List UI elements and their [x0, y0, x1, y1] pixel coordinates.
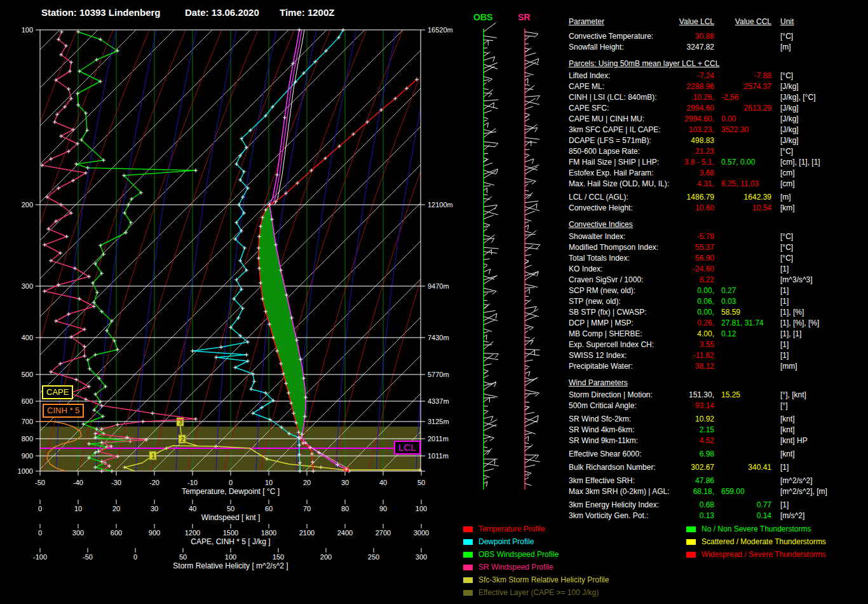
value-ccl-cell	[714, 135, 771, 146]
axis-tick-label: 300	[416, 553, 427, 561]
pressure-label: 600	[22, 397, 33, 405]
unit-cell: [°C]	[771, 71, 793, 81]
param-label: 3km SFC CAPE | IL CAPE:	[569, 125, 675, 135]
value-lcl-cell: -5.78	[675, 231, 714, 242]
axis-tick-label: 0	[133, 553, 137, 561]
param-label: SR Wind 4km-6km:	[569, 425, 675, 436]
axis-tick-label: -40	[73, 479, 83, 486]
unit-cell: [°C]	[771, 242, 793, 253]
param-label: SB STP (fix) | CWASP:	[569, 307, 675, 318]
axis-tick-label: 100	[416, 505, 427, 512]
value-lcl-cell: 3.55	[675, 340, 714, 350]
unit-cell: [1], [%], [%]	[771, 318, 819, 329]
value-lcl-cell: 30.88	[675, 31, 714, 42]
table-row: Effective Shear 6000:6.98[knt]	[569, 449, 867, 460]
pressure-label: 1000	[18, 467, 33, 475]
value-ccl-cell: 0.27	[714, 285, 771, 296]
altitude-label: 1011m	[428, 452, 449, 460]
altitude-label: 2011m	[428, 435, 449, 443]
wind-barb-columns	[484, 23, 540, 490]
table-row: SWISS 12 Index:-11.62[1]	[569, 350, 867, 361]
pressure-label: 200	[22, 201, 33, 209]
legend-label: Scattered / Moderate Thunderstorms	[702, 537, 826, 546]
value-ccl-cell: 10.54	[714, 203, 771, 214]
value-ccl-cell	[714, 361, 771, 372]
unit-cell: [1]	[771, 296, 789, 307]
altitude-label: 12100m	[428, 201, 453, 209]
value-ccl-cell: 0.14	[714, 511, 771, 521]
value-lcl-cell: 10.60	[675, 203, 714, 214]
param-label: Lifted Index:	[569, 71, 675, 81]
value-lcl-cell: 302.67	[675, 462, 714, 473]
pressure-label: 300	[22, 282, 33, 290]
unit-cell: [1]	[771, 340, 789, 350]
value-ccl-cell: 27.81, 31.74	[714, 318, 771, 329]
legend-item: SR Windspeed Profile	[463, 561, 609, 573]
value-ccl-cell: 3522.30	[714, 125, 771, 135]
value-lcl-cell: 68.18,	[675, 486, 714, 497]
table-row: Showalter Index:-5.78[°C]	[569, 231, 867, 242]
legend-item: No / Non Severe Thunderstorms	[686, 523, 826, 535]
unit-cell: [J/kg]	[771, 81, 799, 92]
unit-cell: [knt]	[771, 414, 795, 425]
value-ccl-cell: 58.59	[714, 307, 771, 318]
legend-item: Sfc-3km Storm Relative Helicity Profile	[463, 573, 609, 586]
value-lcl-cell: 0.26,	[675, 318, 714, 329]
legend-item: Scattered / Moderate Thunderstorms	[686, 535, 826, 548]
value-ccl-cell	[714, 401, 771, 411]
legend-swatch-icon	[686, 552, 696, 558]
altitude-label: 9470m	[428, 282, 449, 290]
unit-cell: [knt]	[771, 449, 795, 460]
axis-tick-label: 10	[265, 479, 273, 486]
axis-tick-label: 1800	[261, 529, 276, 537]
unit-cell: [1], [1]	[771, 329, 801, 340]
unit-cell: [°]	[771, 401, 787, 411]
altitude-label: 7430m	[428, 334, 449, 341]
axis-tick-label: 80	[341, 505, 349, 512]
value-lcl-cell: -24.60	[675, 264, 714, 275]
convective-temp-marker	[344, 467, 349, 472]
sounding-app-window: { "title": { "station": "Station: 10393 …	[0, 0, 868, 604]
value-lcl-cell: 21.23	[675, 146, 714, 157]
unit-cell: [J/kg]	[771, 114, 799, 125]
axis-tick-label: 30	[151, 505, 158, 512]
unit-cell: [km]	[771, 203, 795, 214]
value-ccl-cell: 340.41	[714, 462, 771, 473]
table-row: Lifted Index:-7.24-7.88[°C]	[569, 71, 867, 81]
value-ccl-cell	[714, 146, 771, 157]
param-label: 850-600 Lapse Rate:	[569, 146, 675, 157]
value-lcl-cell: 10.26,	[675, 92, 714, 103]
param-label: CINH | LSI (LCL: 840mB):	[569, 92, 675, 103]
lcl-annotation-box: LCL	[394, 441, 421, 455]
value-ccl-cell	[714, 31, 771, 42]
unit-cell: [cm]	[771, 179, 795, 189]
altitude-label: 3125m	[428, 418, 449, 425]
table-header-cell: Parameter	[569, 17, 675, 27]
obs-wind-column-label: OBS	[473, 12, 492, 22]
legend-item: Widespread / Severe Thunderstorms	[686, 548, 826, 561]
axis-tick-label: 90	[379, 505, 387, 512]
profile-legend: Temperature ProfileDewpoint ProfileOBS W…	[463, 523, 609, 599]
param-label: Showalter Index:	[569, 231, 675, 242]
value-lcl-cell: 4.52	[675, 436, 714, 446]
param-label: Bulk Richardson Number:	[569, 462, 675, 473]
axis-tick-label: 2400	[337, 529, 353, 537]
unit-cell: [m/s^2]	[771, 511, 804, 521]
value-ccl-cell: 659.00	[714, 486, 771, 497]
param-label: CAPE SFC:	[569, 103, 675, 114]
value-lcl-cell: 2.15	[675, 425, 714, 436]
table-row: KO Index:-24.60[1]	[569, 264, 867, 275]
table-row: CAPE SFC:2994.602613.29[J/kg]	[569, 103, 867, 114]
axis-tick-label: 600	[111, 529, 122, 537]
axis-tick-label: 250	[368, 553, 379, 561]
legend-swatch-icon	[686, 526, 696, 532]
unit-cell: [J/kg]	[771, 125, 799, 135]
table-row: SR Wind 9km-11km:4.52[knt] HP	[569, 436, 867, 446]
axis-tick-label: 50	[179, 553, 187, 561]
value-lcl-cell: 0.06,	[675, 296, 714, 307]
unit-cell: [°], [knt]	[771, 390, 806, 401]
unit-cell: [cm], [1], [1]	[771, 157, 820, 168]
unit-cell: [°C]	[771, 146, 793, 157]
value-ccl-cell: 2613.29	[714, 103, 771, 114]
svg-text:2: 2	[180, 436, 184, 443]
